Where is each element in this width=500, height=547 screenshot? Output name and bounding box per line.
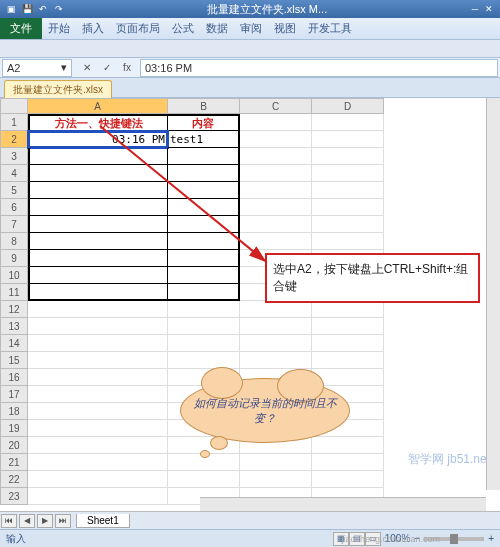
cell-B11[interactable] (168, 284, 240, 301)
name-box[interactable]: A2 ▾ (2, 59, 72, 77)
row-header-1[interactable]: 1 (0, 114, 28, 131)
cell-A14[interactable] (28, 335, 168, 352)
cell-C8[interactable] (240, 233, 312, 250)
cell-B14[interactable] (168, 335, 240, 352)
cell-B2[interactable]: test1 (168, 131, 240, 148)
cell-A21[interactable] (28, 454, 168, 471)
sheet-tab[interactable]: Sheet1 (76, 514, 130, 528)
row-header-19[interactable]: 19 (0, 420, 28, 437)
row-header-6[interactable]: 6 (0, 199, 28, 216)
col-header-d[interactable]: D (312, 98, 384, 114)
cell-C7[interactable] (240, 216, 312, 233)
tab-view[interactable]: 视图 (268, 21, 302, 36)
row-header-5[interactable]: 5 (0, 182, 28, 199)
row-header-21[interactable]: 21 (0, 454, 28, 471)
row-header-17[interactable]: 17 (0, 386, 28, 403)
cell-B3[interactable] (168, 148, 240, 165)
col-header-a[interactable]: A (28, 98, 168, 114)
cell-A20[interactable] (28, 437, 168, 454)
chevron-down-icon[interactable]: ▾ (61, 61, 67, 74)
row-header-15[interactable]: 15 (0, 352, 28, 369)
cell-B4[interactable] (168, 165, 240, 182)
nav-next-icon[interactable]: ▶ (37, 514, 53, 528)
cell-D12[interactable] (312, 301, 384, 318)
tab-insert[interactable]: 插入 (76, 21, 110, 36)
cell-A12[interactable] (28, 301, 168, 318)
row-header-20[interactable]: 20 (0, 437, 28, 454)
doc-tab[interactable]: 批量建立文件夹.xlsx (4, 80, 112, 99)
col-header-c[interactable]: C (240, 98, 312, 114)
cell-D1[interactable] (312, 114, 384, 131)
cell-D15[interactable] (312, 352, 384, 369)
cell-C22[interactable] (240, 471, 312, 488)
cell-B22[interactable] (168, 471, 240, 488)
cell-A9[interactable] (28, 250, 168, 267)
cell-A22[interactable] (28, 471, 168, 488)
row-header-12[interactable]: 12 (0, 301, 28, 318)
scrollbar-horizontal[interactable] (200, 497, 486, 511)
close-icon[interactable]: ✕ (482, 2, 496, 16)
col-header-b[interactable]: B (168, 98, 240, 114)
tab-home[interactable]: 开始 (42, 21, 76, 36)
cell-A10[interactable] (28, 267, 168, 284)
tab-dev[interactable]: 开发工具 (302, 21, 358, 36)
row-header-4[interactable]: 4 (0, 165, 28, 182)
cell-A17[interactable] (28, 386, 168, 403)
minimize-icon[interactable]: ─ (468, 2, 482, 16)
grid[interactable]: A B C D 12345678910111213141516171819202… (0, 98, 500, 508)
cell-C15[interactable] (240, 352, 312, 369)
cell-D3[interactable] (312, 148, 384, 165)
row-header-22[interactable]: 22 (0, 471, 28, 488)
tab-formula[interactable]: 公式 (166, 21, 200, 36)
cell-C6[interactable] (240, 199, 312, 216)
cell-A2[interactable]: 03:16 PM (28, 131, 168, 148)
cell-D14[interactable] (312, 335, 384, 352)
row-header-9[interactable]: 9 (0, 250, 28, 267)
cell-B8[interactable] (168, 233, 240, 250)
cell-C1[interactable] (240, 114, 312, 131)
tab-review[interactable]: 审阅 (234, 21, 268, 36)
tab-data[interactable]: 数据 (200, 21, 234, 36)
redo-icon[interactable]: ↷ (52, 2, 66, 16)
cell-D6[interactable] (312, 199, 384, 216)
cell-A8[interactable] (28, 233, 168, 250)
cell-B7[interactable] (168, 216, 240, 233)
cell-B13[interactable] (168, 318, 240, 335)
cancel-icon[interactable]: ✕ (78, 60, 96, 76)
cell-B1[interactable]: 内容 (168, 114, 240, 131)
cell-B5[interactable] (168, 182, 240, 199)
undo-icon[interactable]: ↶ (36, 2, 50, 16)
fx-icon[interactable]: fx (118, 60, 136, 76)
cell-B12[interactable] (168, 301, 240, 318)
cell-B6[interactable] (168, 199, 240, 216)
cell-A1[interactable]: 方法一、快捷键法 (28, 114, 168, 131)
cell-A19[interactable] (28, 420, 168, 437)
tab-layout[interactable]: 页面布局 (110, 21, 166, 36)
cell-C13[interactable] (240, 318, 312, 335)
cell-D5[interactable] (312, 182, 384, 199)
cell-C4[interactable] (240, 165, 312, 182)
cell-C2[interactable] (240, 131, 312, 148)
cell-D13[interactable] (312, 318, 384, 335)
cell-A7[interactable] (28, 216, 168, 233)
row-header-8[interactable]: 8 (0, 233, 28, 250)
cell-D2[interactable] (312, 131, 384, 148)
cell-B9[interactable] (168, 250, 240, 267)
cell-D7[interactable] (312, 216, 384, 233)
cell-A3[interactable] (28, 148, 168, 165)
nav-prev-icon[interactable]: ◀ (19, 514, 35, 528)
row-header-10[interactable]: 10 (0, 267, 28, 284)
row-header-14[interactable]: 14 (0, 335, 28, 352)
cell-A6[interactable] (28, 199, 168, 216)
row-header-23[interactable]: 23 (0, 488, 28, 505)
cell-C12[interactable] (240, 301, 312, 318)
row-header-2[interactable]: 2 (0, 131, 28, 148)
row-header-16[interactable]: 16 (0, 369, 28, 386)
cell-A13[interactable] (28, 318, 168, 335)
nav-first-icon[interactable]: ⏮ (1, 514, 17, 528)
cell-C3[interactable] (240, 148, 312, 165)
row-header-7[interactable]: 7 (0, 216, 28, 233)
row-header-18[interactable]: 18 (0, 403, 28, 420)
cell-A5[interactable] (28, 182, 168, 199)
nav-last-icon[interactable]: ⏭ (55, 514, 71, 528)
